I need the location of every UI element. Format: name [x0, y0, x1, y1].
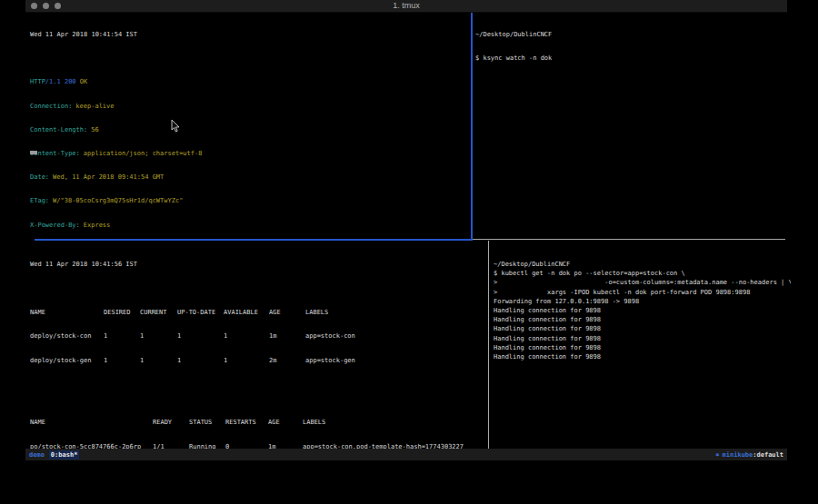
window-title: 1. tmux [25, 1, 787, 10]
table-header-row: NAMEDESIREDCURRENTUP-TO-DATEAVAILABLEAGE… [30, 308, 492, 317]
pane-divider-vertical-bottom[interactable] [488, 241, 489, 449]
window-titlebar[interactable]: 1. tmux [25, 0, 787, 13]
deployments-table: NAMEDESIREDCURRENTUP-TO-DATEAVAILABLEAGE… [30, 293, 492, 380]
cwd: ~/Desktop/DublinCNCF [475, 30, 789, 39]
terminal-cursor [30, 151, 37, 154]
http-header: ETag:W/"38-05coCsrg3mQ75sHr1d/qcWTwYZc" [30, 196, 474, 205]
pane-ksync[interactable]: ~/Desktop/DublinCNCF $ ksync watch -n do… [474, 13, 789, 241]
table-header-row: NAMEREADYSTATUSRESTARTSAGELABELS [30, 418, 492, 427]
pane-divider-horizontal-left[interactable] [35, 239, 473, 241]
pane-port-forward[interactable]: ~/Desktop/DublinCNCF $ kubectl get -n do… [490, 241, 791, 453]
command: $ ksync watch -n dok [475, 54, 789, 63]
http-status-line: HTTP/1.1 200 OK [30, 77, 474, 86]
pods-table: NAMEREADYSTATUSRESTARTSAGELABELS po/stoc… [30, 403, 492, 453]
port-forward-output: ~/Desktop/DublinCNCF $ kubectl get -n do… [494, 260, 791, 361]
pane-divider-vertical-top[interactable] [471, 13, 473, 239]
http-header: Content-Length:56 [30, 125, 474, 134]
http-header: X-Powered-By:Express [30, 221, 474, 230]
timestamp: Wed 11 Apr 2018 10:41:56 IST [30, 260, 492, 269]
http-header: Date:Wed, 11 Apr 2018 09:41:54 GMT [30, 173, 474, 182]
tmux-session: Wed 11 Apr 2018 10:41:54 IST HTTP/1.1 20… [25, 13, 787, 449]
mouse-pointer-icon [133, 113, 180, 142]
kube-namespace: :default [753, 451, 783, 459]
table-row: deploy/stock-con11111mapp=stock-con [30, 331, 492, 341]
http-header: Connection:keep-alive [30, 102, 474, 111]
http-header: Content-Type:application/json; charset=u… [30, 149, 474, 158]
session-name: demo [29, 451, 45, 459]
terminal-window: 1. tmux Wed 11 Apr 2018 10:41:54 IST HTT… [25, 0, 787, 461]
table-row: deploy/stock-gen11112mapp=stock-gen [30, 356, 492, 365]
pane-http-response[interactable]: Wed 11 Apr 2018 10:41:54 IST HTTP/1.1 20… [25, 13, 474, 241]
active-window-tab[interactable]: 0:bash* [49, 450, 80, 460]
tmux-status-bar: demo 0:bash* ⎈ minikube :default [25, 449, 787, 460]
desktop: 1. tmux Wed 11 Apr 2018 10:41:54 IST HTT… [0, 0, 818, 504]
kube-context: minikube [723, 451, 753, 459]
timestamp: Wed 11 Apr 2018 10:41:54 IST [30, 30, 474, 39]
pane-kubectl-tables[interactable]: Wed 11 Apr 2018 10:41:56 IST NAMEDESIRED… [25, 241, 492, 453]
pane-divider-horizontal-right[interactable] [473, 239, 785, 240]
kubernetes-helm-icon: ⎈ [715, 451, 719, 459]
